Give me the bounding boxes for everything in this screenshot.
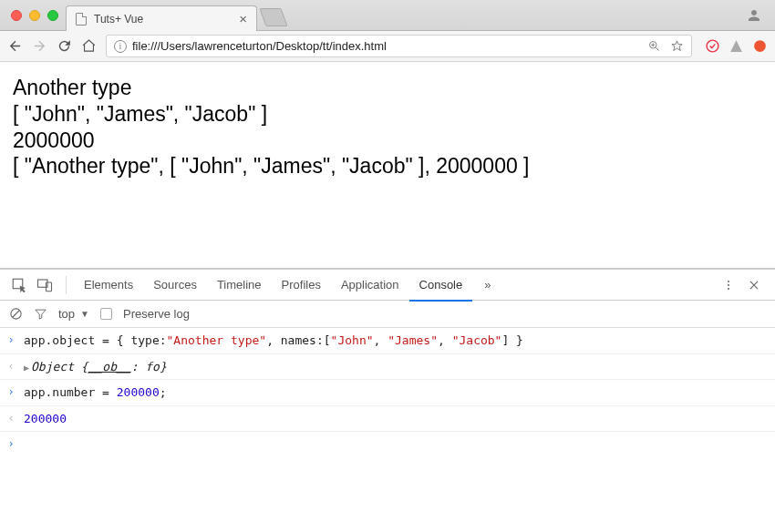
- input-arrow-icon: ›: [5, 332, 16, 348]
- devtools-tab-profiles[interactable]: Profiles: [272, 270, 331, 301]
- filter-icon[interactable]: [34, 307, 47, 321]
- new-tab-button[interactable]: [259, 8, 287, 26]
- page-line: Another type: [13, 75, 762, 101]
- devtools-tab-elements[interactable]: Elements: [74, 270, 143, 301]
- console-code: ▶Object {__ob__: fo}: [24, 358, 167, 376]
- close-window-button[interactable]: [11, 10, 22, 21]
- device-toolbar-icon[interactable]: [36, 277, 53, 293]
- svg-point-11: [728, 288, 729, 290]
- expand-triangle-icon[interactable]: ▶: [24, 363, 29, 373]
- input-arrow-icon: ›: [5, 384, 16, 400]
- svg-point-9: [728, 280, 729, 281]
- console-output-line: ‹▶Object {__ob__: fo}: [0, 354, 775, 381]
- url-text: file:///Users/lawrenceturton/Desktop/tt/…: [132, 39, 642, 53]
- output-arrow-icon: ‹: [5, 358, 16, 374]
- reload-button[interactable]: [57, 38, 72, 54]
- clear-console-icon[interactable]: [9, 307, 23, 321]
- forward-button[interactable]: [32, 38, 47, 54]
- devtools-tab-bar: ElementsSourcesTimelineProfilesApplicati…: [0, 270, 775, 301]
- browser-tab[interactable]: Tuts+ Vue ×: [66, 5, 257, 31]
- console-code: 200000: [24, 410, 67, 428]
- bookmark-star-icon[interactable]: [670, 39, 684, 53]
- page-line: 2000000: [13, 128, 762, 154]
- devtools-tabs-overflow[interactable]: »: [474, 270, 501, 300]
- devtools-panel: ElementsSourcesTimelineProfilesApplicati…: [0, 268, 775, 532]
- preserve-log-label: Preserve log: [123, 307, 190, 321]
- devtools-menu-icon[interactable]: [722, 279, 735, 292]
- tab-title: Tuts+ Vue: [94, 13, 232, 26]
- tab-close-icon[interactable]: ×: [239, 12, 247, 26]
- output-arrow-icon: ‹: [5, 410, 16, 426]
- url-input[interactable]: i file:///Users/lawrenceturton/Desktop/t…: [106, 35, 692, 57]
- extension-icon-2[interactable]: [728, 38, 744, 54]
- console-code: app.number = 200000;: [24, 384, 167, 402]
- devtools-close-icon[interactable]: [748, 279, 760, 292]
- devtools-tab-sources[interactable]: Sources: [143, 270, 207, 301]
- page-icon: [76, 13, 87, 26]
- devtools-tab-timeline[interactable]: Timeline: [207, 270, 272, 301]
- svg-point-4: [707, 40, 718, 52]
- extension-icon-1[interactable]: [705, 38, 720, 54]
- address-bar: i file:///Users/lawrenceturton/Desktop/t…: [0, 31, 775, 62]
- page-line: [ "Another type", [ "John", "James", "Ja…: [13, 153, 762, 179]
- inspect-element-icon[interactable]: [11, 277, 27, 293]
- extension-icon-3[interactable]: [752, 38, 768, 54]
- site-info-icon[interactable]: i: [114, 40, 127, 53]
- context-select[interactable]: top ▼: [58, 307, 89, 321]
- console-toolbar: top ▼ Preserve log: [0, 301, 775, 328]
- chevron-down-icon: ▼: [80, 309, 89, 319]
- console-input-line: ›app.number = 200000;: [0, 380, 775, 406]
- context-label: top: [58, 307, 75, 321]
- console-prompt-line[interactable]: ›: [0, 432, 775, 455]
- back-button[interactable]: [7, 38, 23, 54]
- devtools-tab-console[interactable]: Console: [409, 270, 473, 302]
- page-line: [ "John", "James", "Jacob" ]: [13, 101, 762, 128]
- preserve-log-checkbox[interactable]: [100, 308, 112, 320]
- console-output[interactable]: ›app.object = { type:"Another type", nam…: [0, 328, 775, 532]
- zoom-icon[interactable]: [647, 39, 661, 53]
- svg-line-13: [13, 311, 20, 318]
- input-arrow-icon: ›: [5, 435, 16, 452]
- svg-point-5: [754, 40, 766, 52]
- console-output-line: ‹200000: [0, 406, 775, 433]
- home-button[interactable]: [81, 38, 97, 54]
- profile-icon[interactable]: [746, 7, 762, 26]
- svg-point-10: [728, 284, 729, 286]
- window-controls: [7, 10, 66, 30]
- maximize-window-button[interactable]: [47, 10, 58, 21]
- minimize-window-button[interactable]: [29, 10, 40, 21]
- devtools-tab-application[interactable]: Application: [331, 270, 409, 301]
- svg-line-1: [656, 47, 658, 50]
- browser-tab-strip: Tuts+ Vue ×: [0, 0, 775, 31]
- console-input-line: ›app.object = { type:"Another type", nam…: [0, 328, 775, 354]
- page-viewport: Another type [ "John", "James", "Jacob" …: [0, 62, 775, 268]
- console-code: app.object = { type:"Another type", name…: [24, 332, 523, 350]
